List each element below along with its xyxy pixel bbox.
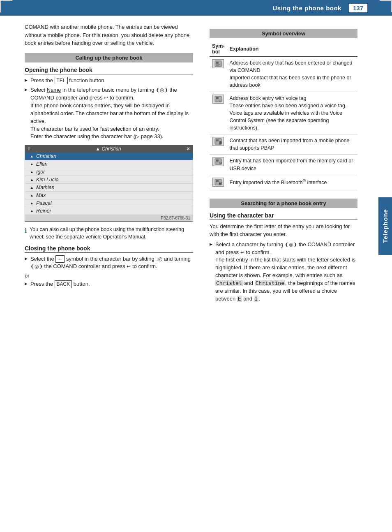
top-left-corner [0,0,12,12]
name-christian: Christian [36,153,56,159]
arrow-pascal: ▲ [30,201,34,205]
sym-icon-4: SD [212,157,224,166]
arrow-igor: ▲ [30,170,34,174]
right-column: Symbol overview Sym-bol Explanation [201,23,378,305]
explanation-cell-1: Address book entry that has been entered… [227,57,357,92]
closing-heading: Closing the phone book [25,245,193,253]
back-button: BACK [55,280,72,288]
name-kimlucia: Kim Lucia [36,177,59,183]
phonebook-header-right: ✕ [186,146,190,152]
arrow-ellen: ▲ [30,162,34,166]
svg-rect-8 [216,139,219,141]
top-right-corner [380,0,392,12]
slide-symbol: ↓◎ [156,256,162,262]
symbol-table: Sym-bol Explanation [210,42,357,190]
intro-paragraph: COMAND with another mobile phone. The en… [25,23,193,47]
table-header-symbol: Sym-bol [210,42,227,57]
search-bullets: Select a character by turning ❨◎❩ the CO… [210,241,357,303]
arrow-kimlucia: ▲ [30,178,34,182]
explanation-cell-3: Contact that has been imported from a mo… [227,134,357,155]
phonebook-screenshot: ≡ ▲ Christian ✕ ▲ Christian ▲ Ellen ▲ Ig… [25,145,193,222]
symbol-row-2: ♪ Address book entry with voice tag Thes… [210,92,357,134]
bluetooth-icon: BT [214,179,222,185]
arrow-mathias: ▲ [30,185,34,190]
side-tab: Telephone [378,197,392,255]
mobile-import-icon [214,138,222,145]
name-max: Max [36,192,46,198]
info-box: ℹ You can also call up the phone book us… [25,226,193,241]
svg-text:SD: SD [219,162,222,164]
calling-section-bar: Calling up the phone book [25,53,193,62]
closing-bullets: Select the ← symbol in the character bar… [25,255,193,271]
phonebook-row-mathias: ▲ Mathias [25,184,193,192]
example-e: E [237,296,242,302]
back-button-bullet: Press the BACK button. [25,280,193,288]
info-icon: ℹ [25,226,27,241]
content-wrapper: COMAND with another mobile phone. The en… [0,16,392,312]
opening-bullets: Press the TEL function button. Select Na… [25,77,193,141]
page-ref: ▷ page 33 [135,133,160,139]
sym-icon-1 [212,59,224,68]
symbol-cell-3 [210,134,227,155]
symbol-cell-2: ♪ [210,92,227,134]
header-bar: Using the phone book 137 [0,0,392,16]
phonebook-header-icon: ≡ [28,146,30,152]
bullet-back-button: Press the BACK button. [25,280,193,288]
symbol-cell-1 [210,57,227,92]
sym-icon-3 [212,137,224,146]
bullet-tel: Press the TEL function button. [25,77,193,85]
symbol-row-3: Contact that has been imported from a mo… [210,134,357,155]
phonebook-row-pascal: ▲ Pascal [25,199,193,207]
symbol-section-bar: Symbol overview [210,29,357,38]
arrow-reiner: ▲ [30,209,34,213]
sym-icon-5: BT [212,178,224,187]
phonebook-row-igor: ▲ Igor [25,168,193,176]
name-ellen: Ellen [36,161,48,167]
tel-button: TEL [55,77,68,85]
symbol-row-4: SD Entry that has been imported from the… [210,155,357,175]
explanation-cell-5: Entry imported via the Bluetooth® interf… [227,175,357,190]
example-i: I [254,296,259,302]
phonebook-row-christian: ▲ Christian [25,153,193,160]
confirm-symbol-2: ↩ [127,264,131,269]
svg-text:BT: BT [219,182,222,185]
explanation-cell-2: Address book entry with voice tag These … [227,92,357,134]
arrow-max: ▲ [30,193,34,197]
controller-symbol-1: ❨◎❩ [156,87,168,93]
bullet-search-char: Select a character by turning ❨◎❩ the CO… [210,241,357,303]
phonebook-footer: P82.87-6786-31 [25,215,193,221]
phonebook-row-ellen: ▲ Ellen [25,160,193,168]
left-column: COMAND with another mobile phone. The en… [0,23,201,305]
name-mathias: Mathias [36,185,54,190]
table-header-explanation: Explanation [227,42,357,57]
confirm-symbol-3: ↩ [240,250,244,255]
phonebook-selected-name: ▲ Christian [95,146,121,152]
svg-rect-11 [216,160,219,162]
char-bar-heading: Using the character bar [210,212,357,220]
symbol-cell-5: BT [210,175,227,190]
controller-symbol-3: ❨◎❩ [285,242,297,247]
page-number: 137 [349,4,367,12]
explanation-cell-4: Entry that has been imported from the me… [227,155,357,175]
example-christel: Christel [215,280,243,286]
confirm-symbol-1: ↩ [104,95,108,101]
address-book-icon [214,60,222,67]
back-arrow-button: ← [55,255,65,263]
symbol-cell-4: SD [210,155,227,175]
symbol-row-5: BT Entry imported via the Bluetooth® int… [210,175,357,190]
phonebook-header: ≡ ▲ Christian ✕ [25,145,193,153]
svg-rect-9 [219,141,221,144]
phonebook-row-kimlucia: ▲ Kim Lucia [25,176,193,184]
phonebook-row-max: ▲ Max [25,192,193,199]
memory-card-icon: SD [214,158,222,165]
phonebook-row-reiner: ▲ Reiner [25,207,193,215]
searching-section-bar: Searching for a phone book entry [210,199,357,208]
bullet-select-name: Select Name in the telephone basic menu … [25,86,193,141]
header-title: Using the phone book [272,5,341,12]
bullet-close-symbol: Select the ← symbol in the character bar… [25,255,193,271]
svg-rect-1 [216,62,219,64]
name-underline: Name [47,87,61,93]
svg-rect-14 [216,180,219,182]
sym-icon-2: ♪ [212,95,224,104]
or-text: or [25,273,193,279]
